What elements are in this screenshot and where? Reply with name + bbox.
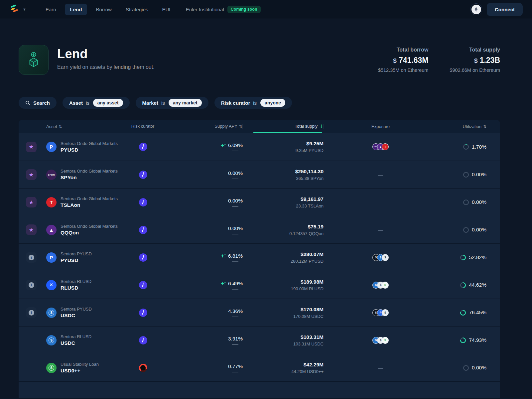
asset-symbol: QQQon <box>61 230 118 236</box>
supply-apy-value: 4.36% <box>228 308 243 314</box>
utilization-ring-icon <box>460 254 466 261</box>
asset-symbol: USDC <box>61 340 91 346</box>
total-supply-usd: $42.29M <box>243 362 324 368</box>
info-button[interactable]: i <box>26 307 37 318</box>
total-supply-amount: 170.08M USDC <box>243 314 324 319</box>
asset-icon: P <box>46 252 57 263</box>
total-supply-usd: $250,114.30 <box>243 169 324 175</box>
connect-wallet-button[interactable]: Connect <box>487 3 523 16</box>
nav-item-lend[interactable]: Lend <box>65 4 87 15</box>
no-exposure-dash: — <box>378 365 383 371</box>
nav-item-euler-institutional[interactable]: Euler Institutional Coming soon <box>181 3 266 16</box>
filter-pill-asset[interactable]: Asset is any asset <box>63 97 130 109</box>
supply-apy-value: 6.81% <box>228 253 243 259</box>
total-supply-amount: 9.25M PYUSD <box>243 148 324 153</box>
page-header: Lend Earn yield on assets by lending the… <box>19 45 500 75</box>
boosted-apy-sparkle-icon <box>220 253 226 258</box>
asset-symbol: PYUSD <box>61 147 118 153</box>
total-supply-amount: 23.33 TSLAon <box>243 203 324 208</box>
asset-icon: T <box>46 197 57 207</box>
utilization-value: 76.45% <box>469 310 486 316</box>
utilization-value: 0.00% <box>472 172 486 178</box>
stat-value: $741.63M <box>378 56 429 65</box>
filter-pill-market[interactable]: Market is any market <box>136 97 208 109</box>
market-row-sentora-ondo-global-markets-pyusd[interactable]: ★ P Sentora Ondo Global Markets PYUSD 6.… <box>19 133 500 161</box>
nav-item-eul[interactable]: EUL <box>157 4 177 15</box>
market-name: Sentora PYUSD <box>61 251 92 256</box>
market-row-sentora-pyusd-usdc[interactable]: i $ Sentora PYUSD USDC 4.36% $170.08M 17… <box>19 299 500 326</box>
brand-menu[interactable]: ▼ <box>9 4 26 15</box>
usual-curator-icon <box>139 364 147 372</box>
column-header-utilization[interactable]: Utilization⇅ <box>438 124 500 129</box>
column-header-asset[interactable]: Asset⇅ <box>40 124 120 129</box>
column-header-total-supply[interactable]: Total supply↓ <box>243 124 324 129</box>
nav-item-borrow[interactable]: Borrow <box>90 4 117 15</box>
market-row-sentora-rlusd-rlusd[interactable]: i ✕ Sentora RLUSD RLUSD 6.49% $189.98M 1… <box>19 271 500 299</box>
apy-tooltip-underline <box>232 234 238 234</box>
sentora-curator-icon <box>139 336 147 344</box>
market-row-sentora-pyusd-pyusd[interactable]: i P Sentora PYUSD PYUSD 6.81% $280.07M 2… <box>19 243 500 271</box>
supply-apy-value: 0.77% <box>228 363 243 369</box>
utilization-ring-icon <box>460 282 466 288</box>
total-supply-usd: $280.07M <box>243 251 324 257</box>
utilization-value: 74.93% <box>469 337 486 343</box>
market-row-sentora-rlusd-usdc[interactable]: $ Sentora RLUSD USDC 3.91% $103.31M 103.… <box>19 326 500 354</box>
asset-symbol: RLUSD <box>61 285 91 291</box>
asset-icon: ▲ <box>46 225 57 235</box>
total-supply-amount: 280.12M PYUSD <box>243 259 324 264</box>
market-row-sentora-ondo-global-markets-tslaon[interactable]: ★ T Sentora Ondo Global Markets TSLAon 0… <box>19 188 500 216</box>
market-name: Sentora Ondo Global Markets <box>61 141 118 146</box>
sentora-curator-icon <box>139 171 147 179</box>
exposure-cell: — <box>324 227 438 233</box>
filter-pill-risk-curator[interactable]: Risk curator is anyone <box>214 97 292 109</box>
info-button[interactable]: i <box>26 280 37 290</box>
no-exposure-dash: — <box>378 172 383 178</box>
sentora-curator-icon <box>139 198 147 206</box>
filter-value: any market <box>169 99 202 107</box>
supply-apy-value: 6.09% <box>228 142 243 148</box>
exposure-cell: $$$ <box>324 254 438 261</box>
total-supply-usd: $75.19 <box>243 224 324 230</box>
exposure-cell: $P$ <box>324 309 438 316</box>
column-header-supply-apy[interactable]: Supply APY⇅ <box>166 124 243 129</box>
favorite-star-button[interactable]: ★ <box>26 224 37 235</box>
total-supply-amount: 44.20M USD0++ <box>243 369 324 374</box>
market-row-sentora-ondo-global-markets-qqqon[interactable]: ★ ▲ Sentora Ondo Global Markets QQQon 0.… <box>19 216 500 243</box>
nav-item-strategies[interactable]: Strategies <box>120 4 154 15</box>
asset-symbol: TSLAon <box>61 202 118 208</box>
table-row-partial[interactable] <box>19 381 500 398</box>
market-name: Sentora RLUSD <box>61 279 91 284</box>
asset-icon: SPDR <box>46 170 57 180</box>
nav-item-earn[interactable]: Earn <box>40 4 62 15</box>
asset-symbol: USD0++ <box>61 368 99 374</box>
stat-total-borrow: Total borrow $741.63M $512.35M on Ethere… <box>378 47 429 73</box>
supply-apy-value: 0.00% <box>228 198 243 204</box>
utilization-ring-icon <box>463 227 469 233</box>
market-name: Sentora Ondo Global Markets <box>61 169 118 174</box>
asset-icon: $ <box>46 308 57 318</box>
asset-icon: $ <box>46 335 57 345</box>
asset-icon: $ <box>46 363 57 373</box>
sentora-curator-icon <box>139 253 147 262</box>
utilization-value: 0.00% <box>472 365 486 371</box>
market-row-usual-stability-loan-usd0[interactable]: $ Usual Stability Loan USD0++ 0.77% $42.… <box>19 354 500 381</box>
stat-total-supply: Total supply $1.23B $902.66M on Ethereum <box>450 47 500 73</box>
exposure-cell: — <box>324 172 438 178</box>
favorite-star-button[interactable]: ★ <box>26 142 37 152</box>
search-button[interactable]: Search <box>19 97 57 109</box>
info-icon: i <box>29 310 34 316</box>
favorite-star-button[interactable]: ★ <box>26 197 37 207</box>
sentora-curator-icon <box>139 281 147 289</box>
exposure-cell: $$$ <box>324 337 438 344</box>
apy-tooltip-underline <box>232 317 238 317</box>
apy-tooltip-underline <box>232 372 238 372</box>
market-name: Usual Stability Loan <box>61 362 99 367</box>
euler-logo-icon <box>9 4 19 15</box>
tesla-coin: T <box>382 143 389 150</box>
sentora-curator-icon <box>139 226 147 234</box>
info-button[interactable]: i <box>26 252 37 263</box>
market-row-sentora-ondo-global-markets-spyon[interactable]: ★ SPDR Sentora Ondo Global Markets SPYon… <box>19 161 500 188</box>
apy-tooltip-underline <box>232 289 238 290</box>
network-selector[interactable] <box>470 3 482 15</box>
favorite-star-button[interactable]: ★ <box>26 169 37 180</box>
